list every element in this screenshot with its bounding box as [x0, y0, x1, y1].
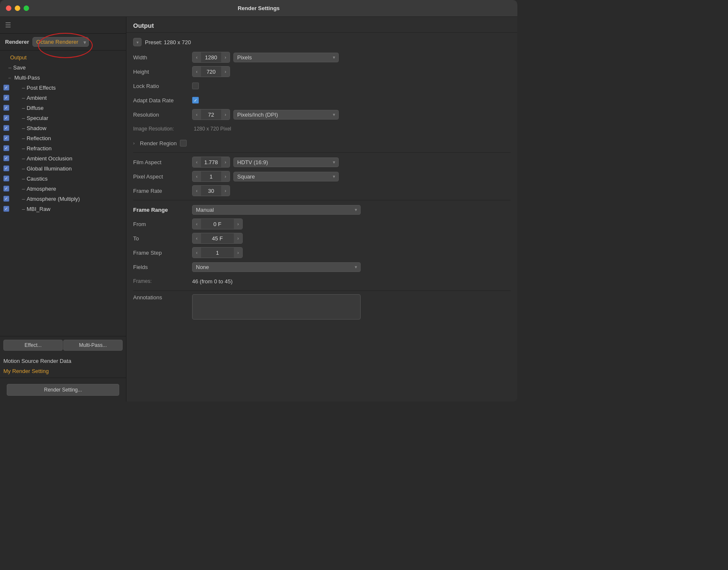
sidebar-item-label: Global Illumination: [27, 165, 72, 172]
renderer-dropdown[interactable]: Octane Renderer Standard Physical: [32, 37, 89, 47]
pixel-aspect-input[interactable]: [201, 173, 221, 181]
tree-checkbox[interactable]: [3, 155, 9, 161]
sidebar-item-reflection[interactable]: – Reflection: [0, 133, 126, 143]
hamburger-icon[interactable]: ☰: [5, 21, 11, 29]
footer-buttons: Effect... Multi-Pass...: [0, 336, 126, 354]
sidebar-item-output[interactable]: Output: [0, 52, 126, 62]
pixel-aspect-increment[interactable]: ›: [221, 171, 230, 181]
lock-ratio-label: Lock Ratio: [133, 83, 192, 89]
pixel-aspect-select[interactable]: Square D1/DV NTSC D1/DV PAL: [233, 172, 339, 181]
pixels-select[interactable]: Pixels Centimeters Millimeters Inches: [233, 53, 339, 62]
tree-checkbox[interactable]: [3, 125, 9, 131]
sidebar-item-multipass[interactable]: – Multi-Pass: [0, 72, 126, 83]
width-decrement[interactable]: ‹: [193, 52, 201, 62]
sidebar-item-ao[interactable]: – Ambient Occlusion: [0, 153, 126, 163]
from-input[interactable]: [201, 220, 234, 228]
annotations-input[interactable]: [192, 294, 361, 320]
tree-toggle-icon: –: [8, 75, 13, 80]
width-increment[interactable]: ›: [221, 52, 230, 62]
tree-checkbox[interactable]: [3, 105, 9, 111]
tree-checkbox[interactable]: [3, 135, 9, 141]
effect-button[interactable]: Effect...: [3, 340, 63, 351]
frame-range-select[interactable]: Manual All Frames Preview Range Current …: [192, 205, 361, 215]
tree-checkbox[interactable]: [3, 115, 9, 121]
divider-2: [133, 200, 511, 200]
pixel-aspect-decrement[interactable]: ‹: [193, 171, 201, 181]
sidebar-item-motion-source[interactable]: Motion Source Render Data: [0, 356, 126, 366]
tree-checkbox[interactable]: [3, 165, 9, 171]
sidebar-item-shadow[interactable]: – Shadow: [0, 123, 126, 133]
frame-step-decrement[interactable]: ‹: [193, 248, 201, 258]
frame-rate-input[interactable]: [201, 187, 221, 195]
frame-step-input[interactable]: [201, 249, 234, 257]
sidebar-extra-items: Motion Source Render Data My Render Sett…: [0, 354, 126, 378]
to-increment[interactable]: ›: [234, 233, 242, 243]
tree-checkbox[interactable]: [3, 145, 9, 151]
render-region-expand-icon[interactable]: ›: [133, 141, 140, 146]
from-increment[interactable]: ›: [234, 219, 242, 229]
fields-select[interactable]: None Upper First Lower First: [192, 262, 361, 272]
sidebar-item-diffuse[interactable]: – Diffuse: [0, 103, 126, 113]
frame-step-increment[interactable]: ›: [234, 248, 242, 258]
width-field: ‹ ›: [192, 52, 230, 63]
tree-dash: –: [22, 206, 25, 212]
lock-ratio-checkbox[interactable]: [192, 83, 199, 89]
resolution-decrement[interactable]: ‹: [193, 109, 201, 120]
frame-range-label: Frame Range: [133, 207, 192, 213]
to-input[interactable]: [201, 234, 234, 242]
to-decrement[interactable]: ‹: [193, 233, 201, 243]
tree-dash: –: [8, 64, 11, 71]
sidebar-item-posteffects[interactable]: – Post Effects: [0, 83, 126, 93]
tree-checkbox[interactable]: [3, 186, 9, 192]
adapt-data-rate-row: Adapt Data Rate: [133, 94, 511, 106]
sidebar-item-label: Post Effects: [27, 85, 56, 91]
sidebar-item-save[interactable]: – Save: [0, 62, 126, 72]
sidebar-item-atmosphere[interactable]: – Atmosphere: [0, 184, 126, 194]
dpi-select[interactable]: Pixels/Inch (DPI) Pixels/Centimeter: [233, 110, 339, 120]
sidebar-item-mbi-raw[interactable]: – MBI_Raw: [0, 204, 126, 214]
sidebar-item-my-render-setting[interactable]: My Render Setting: [0, 366, 126, 376]
tree-checkbox[interactable]: [3, 206, 9, 212]
sidebar-item-refraction[interactable]: – Refraction: [0, 143, 126, 153]
maximize-button[interactable]: [24, 5, 29, 11]
resolution-increment[interactable]: ›: [221, 109, 230, 120]
sidebar-item-gi[interactable]: – Global Illumination: [0, 163, 126, 173]
preset-expand-arrow[interactable]: ▾: [133, 38, 142, 46]
film-aspect-label: Film Aspect: [133, 159, 192, 165]
film-aspect-input[interactable]: [201, 158, 221, 166]
resolution-input[interactable]: [201, 111, 221, 119]
close-button[interactable]: [6, 5, 11, 11]
tree-checkbox[interactable]: [3, 196, 9, 202]
tree-checkbox[interactable]: [3, 176, 9, 181]
sidebar-tree: Output – Save – Multi-Pass – Post Effect…: [0, 51, 126, 336]
tree-checkbox[interactable]: [3, 85, 9, 91]
film-aspect-increment[interactable]: ›: [221, 157, 230, 167]
film-aspect-select[interactable]: HDTV (16:9) DCI (1.85:1) Square (1:1): [233, 157, 339, 167]
sidebar-item-ambient[interactable]: – Ambient: [0, 93, 126, 103]
tree-dash: –: [22, 105, 25, 111]
frame-rate-decrement[interactable]: ‹: [193, 186, 201, 196]
render-region-checkbox[interactable]: [180, 140, 187, 146]
multipass-button[interactable]: Multi-Pass...: [63, 340, 123, 351]
frame-rate-increment[interactable]: ›: [221, 186, 230, 196]
height-label: Height: [133, 69, 192, 75]
width-input[interactable]: [201, 53, 221, 61]
to-row: To ‹ ›: [133, 232, 511, 244]
sidebar-item-atmosphere-multiply[interactable]: – Atmosphere (Multiply): [0, 194, 126, 204]
pixel-aspect-label: Pixel Aspect: [133, 173, 192, 180]
adapt-data-rate-checkbox[interactable]: [192, 97, 199, 104]
height-input[interactable]: [201, 68, 221, 76]
sidebar-item-label: Diffuse: [27, 105, 43, 111]
sidebar-item-specular[interactable]: – Specular: [0, 113, 126, 123]
height-increment[interactable]: ›: [221, 67, 230, 77]
film-aspect-decrement[interactable]: ‹: [193, 157, 201, 167]
sidebar-item-caustics[interactable]: – Caustics: [0, 173, 126, 184]
height-decrement[interactable]: ‹: [193, 67, 201, 77]
render-setting-button[interactable]: Render Setting...: [7, 384, 119, 396]
minimize-button[interactable]: [15, 5, 20, 11]
sidebar-item-label: Motion Source Render Data: [3, 358, 71, 364]
tree-checkbox[interactable]: [3, 95, 9, 101]
fields-select-wrapper: None Upper First Lower First: [192, 262, 361, 272]
from-decrement[interactable]: ‹: [193, 219, 201, 229]
image-resolution-row: Image Resolution: 1280 x 720 Pixel: [133, 123, 511, 135]
